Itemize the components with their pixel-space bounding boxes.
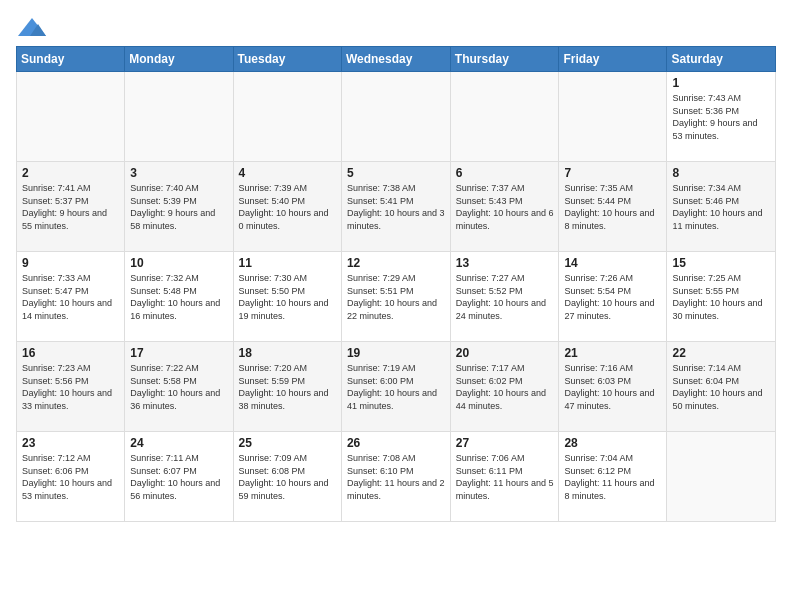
day-info: Sunrise: 7:30 AM Sunset: 5:50 PM Dayligh… [239, 272, 336, 322]
calendar-cell: 7Sunrise: 7:35 AM Sunset: 5:44 PM Daylig… [559, 162, 667, 252]
day-number: 27 [456, 436, 554, 450]
day-info: Sunrise: 7:39 AM Sunset: 5:40 PM Dayligh… [239, 182, 336, 232]
day-info: Sunrise: 7:27 AM Sunset: 5:52 PM Dayligh… [456, 272, 554, 322]
calendar-cell: 19Sunrise: 7:19 AM Sunset: 6:00 PM Dayli… [341, 342, 450, 432]
day-info: Sunrise: 7:32 AM Sunset: 5:48 PM Dayligh… [130, 272, 227, 322]
day-number: 1 [672, 76, 770, 90]
day-number: 28 [564, 436, 661, 450]
calendar-cell: 1Sunrise: 7:43 AM Sunset: 5:36 PM Daylig… [667, 72, 776, 162]
calendar-cell: 26Sunrise: 7:08 AM Sunset: 6:10 PM Dayli… [341, 432, 450, 522]
day-number: 26 [347, 436, 445, 450]
calendar-cell [233, 72, 341, 162]
calendar-cell [125, 72, 233, 162]
day-number: 25 [239, 436, 336, 450]
calendar-cell: 8Sunrise: 7:34 AM Sunset: 5:46 PM Daylig… [667, 162, 776, 252]
day-info: Sunrise: 7:17 AM Sunset: 6:02 PM Dayligh… [456, 362, 554, 412]
calendar-cell [450, 72, 559, 162]
calendar-cell: 17Sunrise: 7:22 AM Sunset: 5:58 PM Dayli… [125, 342, 233, 432]
day-info: Sunrise: 7:23 AM Sunset: 5:56 PM Dayligh… [22, 362, 119, 412]
calendar-table: SundayMondayTuesdayWednesdayThursdayFrid… [16, 46, 776, 522]
weekday-header-thursday: Thursday [450, 47, 559, 72]
day-number: 12 [347, 256, 445, 270]
calendar-cell: 13Sunrise: 7:27 AM Sunset: 5:52 PM Dayli… [450, 252, 559, 342]
week-row-2: 2Sunrise: 7:41 AM Sunset: 5:37 PM Daylig… [17, 162, 776, 252]
day-info: Sunrise: 7:12 AM Sunset: 6:06 PM Dayligh… [22, 452, 119, 502]
day-number: 6 [456, 166, 554, 180]
calendar-cell: 12Sunrise: 7:29 AM Sunset: 5:51 PM Dayli… [341, 252, 450, 342]
day-info: Sunrise: 7:43 AM Sunset: 5:36 PM Dayligh… [672, 92, 770, 142]
day-info: Sunrise: 7:29 AM Sunset: 5:51 PM Dayligh… [347, 272, 445, 322]
day-number: 3 [130, 166, 227, 180]
day-info: Sunrise: 7:11 AM Sunset: 6:07 PM Dayligh… [130, 452, 227, 502]
day-number: 5 [347, 166, 445, 180]
calendar-cell: 27Sunrise: 7:06 AM Sunset: 6:11 PM Dayli… [450, 432, 559, 522]
calendar-cell: 5Sunrise: 7:38 AM Sunset: 5:41 PM Daylig… [341, 162, 450, 252]
day-number: 23 [22, 436, 119, 450]
calendar-cell: 10Sunrise: 7:32 AM Sunset: 5:48 PM Dayli… [125, 252, 233, 342]
day-info: Sunrise: 7:34 AM Sunset: 5:46 PM Dayligh… [672, 182, 770, 232]
weekday-header-wednesday: Wednesday [341, 47, 450, 72]
weekday-header-monday: Monday [125, 47, 233, 72]
day-info: Sunrise: 7:08 AM Sunset: 6:10 PM Dayligh… [347, 452, 445, 502]
logo-icon [18, 16, 46, 38]
day-info: Sunrise: 7:26 AM Sunset: 5:54 PM Dayligh… [564, 272, 661, 322]
calendar-cell: 22Sunrise: 7:14 AM Sunset: 6:04 PM Dayli… [667, 342, 776, 432]
weekday-header-sunday: Sunday [17, 47, 125, 72]
calendar-cell: 9Sunrise: 7:33 AM Sunset: 5:47 PM Daylig… [17, 252, 125, 342]
day-info: Sunrise: 7:22 AM Sunset: 5:58 PM Dayligh… [130, 362, 227, 412]
calendar-cell: 2Sunrise: 7:41 AM Sunset: 5:37 PM Daylig… [17, 162, 125, 252]
week-row-3: 9Sunrise: 7:33 AM Sunset: 5:47 PM Daylig… [17, 252, 776, 342]
calendar-cell: 21Sunrise: 7:16 AM Sunset: 6:03 PM Dayli… [559, 342, 667, 432]
day-info: Sunrise: 7:04 AM Sunset: 6:12 PM Dayligh… [564, 452, 661, 502]
day-number: 20 [456, 346, 554, 360]
day-number: 13 [456, 256, 554, 270]
week-row-4: 16Sunrise: 7:23 AM Sunset: 5:56 PM Dayli… [17, 342, 776, 432]
calendar-cell: 25Sunrise: 7:09 AM Sunset: 6:08 PM Dayli… [233, 432, 341, 522]
day-number: 11 [239, 256, 336, 270]
calendar-cell: 18Sunrise: 7:20 AM Sunset: 5:59 PM Dayli… [233, 342, 341, 432]
day-info: Sunrise: 7:19 AM Sunset: 6:00 PM Dayligh… [347, 362, 445, 412]
calendar-cell: 16Sunrise: 7:23 AM Sunset: 5:56 PM Dayli… [17, 342, 125, 432]
day-info: Sunrise: 7:09 AM Sunset: 6:08 PM Dayligh… [239, 452, 336, 502]
calendar-cell: 4Sunrise: 7:39 AM Sunset: 5:40 PM Daylig… [233, 162, 341, 252]
day-number: 4 [239, 166, 336, 180]
day-number: 10 [130, 256, 227, 270]
day-info: Sunrise: 7:35 AM Sunset: 5:44 PM Dayligh… [564, 182, 661, 232]
calendar-cell [17, 72, 125, 162]
weekday-header-saturday: Saturday [667, 47, 776, 72]
day-info: Sunrise: 7:33 AM Sunset: 5:47 PM Dayligh… [22, 272, 119, 322]
calendar-cell: 6Sunrise: 7:37 AM Sunset: 5:43 PM Daylig… [450, 162, 559, 252]
day-info: Sunrise: 7:40 AM Sunset: 5:39 PM Dayligh… [130, 182, 227, 232]
day-info: Sunrise: 7:16 AM Sunset: 6:03 PM Dayligh… [564, 362, 661, 412]
day-info: Sunrise: 7:06 AM Sunset: 6:11 PM Dayligh… [456, 452, 554, 502]
day-number: 9 [22, 256, 119, 270]
calendar-cell: 15Sunrise: 7:25 AM Sunset: 5:55 PM Dayli… [667, 252, 776, 342]
calendar-cell: 23Sunrise: 7:12 AM Sunset: 6:06 PM Dayli… [17, 432, 125, 522]
calendar-cell: 28Sunrise: 7:04 AM Sunset: 6:12 PM Dayli… [559, 432, 667, 522]
day-info: Sunrise: 7:20 AM Sunset: 5:59 PM Dayligh… [239, 362, 336, 412]
day-number: 8 [672, 166, 770, 180]
day-number: 19 [347, 346, 445, 360]
day-number: 7 [564, 166, 661, 180]
weekday-header-row: SundayMondayTuesdayWednesdayThursdayFrid… [17, 47, 776, 72]
day-number: 2 [22, 166, 119, 180]
week-row-5: 23Sunrise: 7:12 AM Sunset: 6:06 PM Dayli… [17, 432, 776, 522]
calendar-cell: 11Sunrise: 7:30 AM Sunset: 5:50 PM Dayli… [233, 252, 341, 342]
week-row-1: 1Sunrise: 7:43 AM Sunset: 5:36 PM Daylig… [17, 72, 776, 162]
day-number: 18 [239, 346, 336, 360]
page-header [16, 16, 776, 38]
calendar-cell [667, 432, 776, 522]
day-number: 17 [130, 346, 227, 360]
day-number: 24 [130, 436, 227, 450]
day-info: Sunrise: 7:14 AM Sunset: 6:04 PM Dayligh… [672, 362, 770, 412]
day-number: 22 [672, 346, 770, 360]
day-number: 16 [22, 346, 119, 360]
day-info: Sunrise: 7:41 AM Sunset: 5:37 PM Dayligh… [22, 182, 119, 232]
logo [16, 16, 46, 38]
day-number: 15 [672, 256, 770, 270]
calendar-cell [341, 72, 450, 162]
calendar-cell: 3Sunrise: 7:40 AM Sunset: 5:39 PM Daylig… [125, 162, 233, 252]
weekday-header-tuesday: Tuesday [233, 47, 341, 72]
day-info: Sunrise: 7:38 AM Sunset: 5:41 PM Dayligh… [347, 182, 445, 232]
calendar-cell [559, 72, 667, 162]
